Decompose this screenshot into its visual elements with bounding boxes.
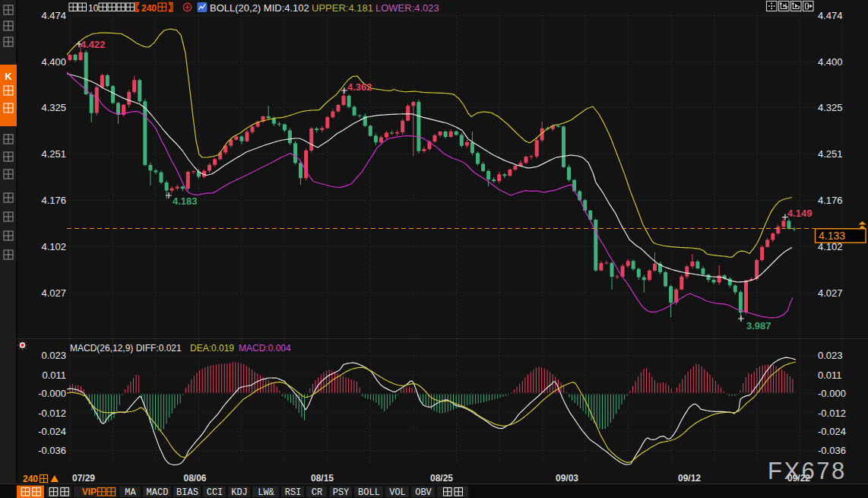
svg-text:MA: MA bbox=[125, 487, 136, 498]
svg-text:MACD:0.004: MACD:0.004 bbox=[239, 343, 291, 354]
svg-text:4.251: 4.251 bbox=[818, 148, 843, 160]
svg-text:09/12: 09/12 bbox=[678, 473, 701, 484]
svg-text:-0.000: -0.000 bbox=[38, 388, 66, 399]
svg-text:-0.036: -0.036 bbox=[38, 445, 66, 456]
svg-text:4.251: 4.251 bbox=[41, 148, 66, 160]
svg-text:4.474: 4.474 bbox=[41, 10, 66, 21]
svg-text:DEA:0.019: DEA:0.019 bbox=[190, 343, 234, 354]
svg-text:4.183: 4.183 bbox=[173, 195, 198, 207]
svg-text:VIP: VIP bbox=[82, 487, 97, 497]
svg-text:240: 240 bbox=[141, 3, 157, 14]
svg-text:LW&: LW& bbox=[258, 487, 274, 498]
svg-text:KDJ: KDJ bbox=[231, 487, 248, 498]
svg-text:RSI: RSI bbox=[285, 487, 302, 498]
svg-text:0.023: 0.023 bbox=[41, 350, 66, 361]
svg-text:4.422: 4.422 bbox=[81, 39, 106, 50]
svg-text:4.362: 4.362 bbox=[347, 81, 372, 93]
svg-text:4.027: 4.027 bbox=[41, 287, 66, 299]
svg-text:FX678: FX678 bbox=[768, 458, 847, 484]
svg-text:CCI: CCI bbox=[207, 487, 223, 498]
svg-text:K: K bbox=[5, 71, 12, 82]
svg-text:PSY: PSY bbox=[333, 487, 350, 498]
svg-text:4.400: 4.400 bbox=[41, 56, 66, 68]
svg-text:08/15: 08/15 bbox=[311, 473, 334, 484]
svg-text:-0.000: -0.000 bbox=[818, 388, 846, 399]
svg-text:0.023: 0.023 bbox=[818, 350, 843, 361]
svg-text:MACD(26,12,9) DIFF:0.021: MACD(26,12,9) DIFF:0.021 bbox=[70, 343, 182, 354]
svg-text:BIAS: BIAS bbox=[176, 487, 198, 498]
svg-text:08/06: 08/06 bbox=[183, 473, 206, 484]
svg-text:07/29: 07/29 bbox=[72, 473, 95, 484]
svg-text:3.987: 3.987 bbox=[746, 320, 771, 331]
svg-text:4.133: 4.133 bbox=[819, 230, 845, 242]
svg-text:-0.012: -0.012 bbox=[38, 408, 66, 419]
svg-text:08/25: 08/25 bbox=[430, 473, 453, 484]
svg-text:4.027: 4.027 bbox=[818, 287, 843, 299]
svg-text:4.176: 4.176 bbox=[41, 195, 66, 206]
svg-text:MACD: MACD bbox=[147, 487, 169, 498]
svg-text:4.325: 4.325 bbox=[41, 102, 66, 113]
svg-text:VOL: VOL bbox=[389, 487, 406, 498]
svg-text:0.011: 0.011 bbox=[818, 370, 842, 381]
svg-text:4.149: 4.149 bbox=[787, 208, 813, 219]
svg-text:OBV: OBV bbox=[415, 487, 432, 498]
svg-text:4.400: 4.400 bbox=[818, 56, 843, 68]
svg-text:-0.024: -0.024 bbox=[818, 426, 846, 437]
svg-text:-0.024: -0.024 bbox=[38, 426, 66, 437]
svg-text:UPPER:4.181: UPPER:4.181 bbox=[312, 2, 373, 14]
svg-text:240: 240 bbox=[23, 474, 38, 484]
svg-text:BOLL: BOLL bbox=[358, 487, 380, 498]
svg-text:09/03: 09/03 bbox=[556, 473, 578, 484]
svg-text:0.011: 0.011 bbox=[42, 370, 66, 381]
svg-text:4.102: 4.102 bbox=[41, 241, 66, 252]
svg-text:CR: CR bbox=[312, 487, 322, 498]
svg-text:-0.012: -0.012 bbox=[818, 408, 846, 419]
svg-text:4.325: 4.325 bbox=[818, 102, 843, 113]
svg-text:BOLL(20,2) MID:4.102: BOLL(20,2) MID:4.102 bbox=[210, 2, 309, 14]
svg-text:-0.036: -0.036 bbox=[818, 445, 846, 456]
svg-text:LOWER:4.023: LOWER:4.023 bbox=[375, 2, 439, 14]
svg-text:10: 10 bbox=[88, 3, 99, 14]
svg-text:4.474: 4.474 bbox=[818, 10, 843, 21]
svg-text:4.176: 4.176 bbox=[818, 195, 843, 206]
